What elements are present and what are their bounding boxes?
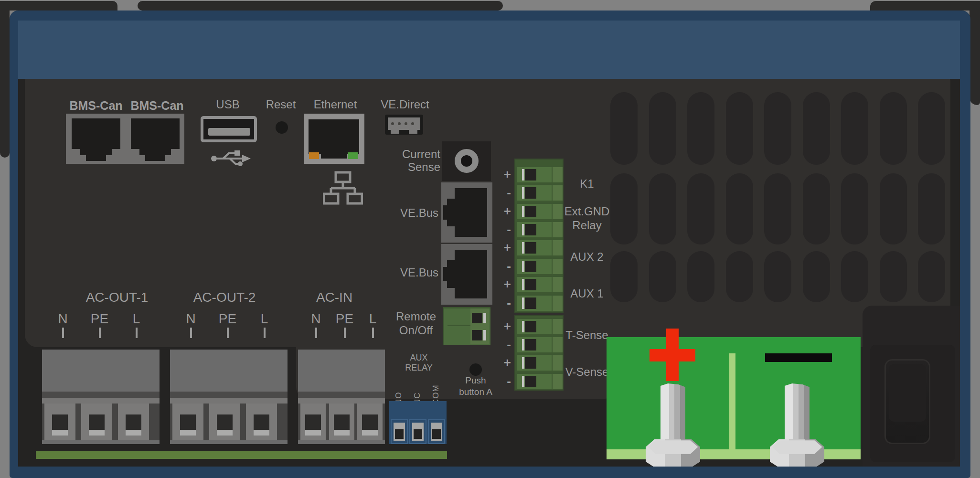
aux-relay-screw bbox=[395, 429, 404, 439]
terminal-slash bbox=[522, 297, 524, 309]
rj45-body bbox=[455, 188, 487, 237]
ac-screw-slot bbox=[180, 430, 196, 436]
vent-slot bbox=[649, 251, 676, 302]
ethernet-label: Ethernet bbox=[314, 98, 357, 111]
battery-stud[interactable] bbox=[785, 383, 810, 444]
remote-on-off-connector[interactable] bbox=[443, 307, 490, 345]
screw-terminal[interactable] bbox=[515, 239, 563, 255]
polarity-sign: - bbox=[492, 186, 511, 199]
ac-screw-terminal[interactable] bbox=[172, 404, 203, 440]
ethernet-port[interactable] bbox=[304, 114, 364, 164]
screw-terminal[interactable] bbox=[515, 294, 563, 311]
ac-screw-terminal[interactable] bbox=[300, 404, 326, 440]
terminal-screw bbox=[525, 261, 536, 272]
terminal-slash bbox=[522, 242, 524, 254]
ac-pin-tick bbox=[99, 328, 101, 338]
screw-terminal[interactable] bbox=[515, 354, 563, 371]
screw-terminal[interactable] bbox=[515, 257, 563, 274]
rj45-body bbox=[72, 118, 120, 149]
polarity-sign: + bbox=[492, 356, 511, 369]
vent-slot bbox=[610, 92, 638, 165]
ac-pin-label: N bbox=[186, 312, 195, 325]
usb-tongue bbox=[208, 128, 250, 136]
vent-slot bbox=[918, 92, 945, 165]
screw-terminal[interactable] bbox=[515, 184, 563, 201]
ethernet-led-green bbox=[348, 152, 358, 159]
terminal-slash bbox=[483, 330, 486, 340]
rj45-step bbox=[447, 199, 455, 226]
aux-relay-terminal[interactable] bbox=[391, 419, 408, 444]
usb-label: USB bbox=[216, 98, 239, 111]
remote-terminal-screw[interactable] bbox=[472, 330, 482, 340]
polarity-sign: - bbox=[492, 297, 511, 309]
bms-can-port-1[interactable] bbox=[72, 118, 120, 161]
terminal-column bbox=[552, 204, 563, 219]
ac-screw-terminal[interactable] bbox=[246, 404, 277, 440]
ac-screw-terminal[interactable] bbox=[209, 404, 240, 440]
ac-screw-terminal[interactable] bbox=[118, 404, 149, 440]
reset-button[interactable] bbox=[276, 121, 288, 134]
terminal-slash bbox=[522, 376, 524, 387]
screw-terminal[interactable] bbox=[515, 166, 563, 182]
terminal-screw bbox=[525, 187, 536, 199]
aux-relay-pin-label: NO bbox=[394, 369, 405, 405]
battery-stud-nut[interactable] bbox=[770, 439, 824, 467]
ac-screw bbox=[305, 414, 321, 430]
ve-bus-port-1[interactable] bbox=[441, 182, 492, 243]
terminal-screw bbox=[525, 279, 536, 290]
polarity-sign: + bbox=[492, 168, 511, 181]
rj45-step bbox=[80, 149, 112, 155]
screw-terminal[interactable] bbox=[515, 221, 563, 237]
ac-screw-terminal[interactable] bbox=[357, 404, 383, 440]
vent-slot bbox=[687, 251, 714, 302]
screw-terminal[interactable] bbox=[515, 318, 563, 334]
battery-stud-nut[interactable] bbox=[646, 439, 700, 467]
ac-pin-tick bbox=[315, 328, 317, 338]
screw-terminal[interactable] bbox=[515, 276, 563, 292]
polarity-sign: - bbox=[492, 260, 511, 272]
ve-direct-label: VE.Direct bbox=[381, 98, 429, 111]
ac-pin-label: L bbox=[133, 312, 140, 325]
vent-slot bbox=[880, 92, 907, 165]
current-sense-jack[interactable] bbox=[442, 141, 491, 181]
chassis-tab-middle bbox=[138, 1, 503, 11]
terminal-slash bbox=[483, 313, 486, 323]
screw-terminal[interactable] bbox=[515, 372, 563, 389]
terminal-screw bbox=[525, 339, 536, 351]
aux-relay-terminal[interactable] bbox=[428, 419, 445, 444]
aux-relay-screw bbox=[414, 429, 422, 439]
terminal-screw bbox=[525, 206, 536, 217]
ethernet-led-orange bbox=[309, 152, 319, 159]
ve-direct-connector[interactable] bbox=[385, 115, 423, 135]
terminal-slash bbox=[522, 206, 524, 217]
battery-stud[interactable] bbox=[660, 383, 685, 444]
terminal-column bbox=[552, 277, 563, 292]
rj45-tab bbox=[443, 205, 447, 220]
aux-relay-pin-label: COM bbox=[431, 369, 442, 405]
remote-connector-divider bbox=[447, 325, 470, 326]
push-button-a[interactable] bbox=[469, 363, 482, 376]
bms-can-port-2[interactable] bbox=[131, 118, 180, 161]
rocker-switch[interactable] bbox=[884, 359, 930, 444]
ac-screw-terminal[interactable] bbox=[329, 404, 354, 440]
ve-bus-port-2[interactable] bbox=[441, 244, 492, 305]
usb-port[interactable] bbox=[201, 116, 257, 142]
terminal-column bbox=[552, 337, 563, 352]
bms-can-1-label: BMS-Can bbox=[69, 99, 122, 112]
remote-terminal-screw[interactable] bbox=[472, 313, 482, 323]
vent-slot bbox=[918, 173, 945, 244]
aux-relay-terminal[interactable] bbox=[409, 419, 426, 444]
vent-slot bbox=[764, 173, 791, 244]
ac-screw-terminal[interactable] bbox=[44, 404, 75, 440]
ac-block-ledge bbox=[42, 398, 160, 404]
polarity-sign: + bbox=[492, 241, 511, 254]
terminal-slash bbox=[522, 279, 524, 290]
terminal-column bbox=[552, 240, 563, 255]
screw-terminal[interactable] bbox=[515, 336, 563, 352]
remote-on-off-label: Remote On/Off bbox=[396, 309, 436, 337]
vent-slot bbox=[687, 92, 714, 165]
terminal-screw bbox=[525, 169, 536, 181]
rj45-step bbox=[139, 149, 171, 155]
screw-terminal[interactable] bbox=[515, 202, 563, 219]
ac-screw-terminal[interactable] bbox=[81, 404, 112, 440]
